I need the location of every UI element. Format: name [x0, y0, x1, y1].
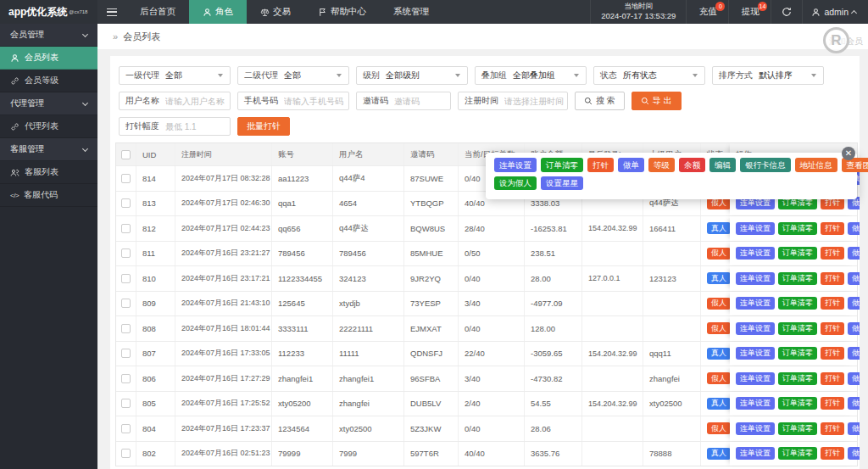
order-reset-button[interactable]: 订单清零 [778, 422, 817, 435]
inject-button[interactable]: 打针 [821, 322, 844, 335]
nav-item-system[interactable]: 系统管理 [380, 0, 442, 24]
nav-item-roles[interactable]: 角色 [189, 0, 247, 24]
popup-inject-button[interactable]: 打针 [587, 158, 614, 172]
popup-make-order-button[interactable]: 做单 [618, 158, 644, 172]
batch-inject-button[interactable]: 批量打针 [237, 117, 290, 136]
popup-order-reset-button[interactable]: 订单清零 [541, 158, 583, 172]
withdraw-button[interactable]: 提现 14 [728, 0, 771, 24]
order-reset-button[interactable]: 订单清零 [778, 247, 817, 260]
make-order-button[interactable]: 做单 [848, 372, 860, 385]
chain-order-settings-button[interactable]: 连单设置 [736, 347, 775, 360]
user-menu[interactable]: admin [802, 0, 868, 24]
inject-button[interactable]: 打针 [821, 347, 844, 360]
chain-order-settings-button[interactable]: 连单设置 [736, 397, 775, 410]
sidebar-group-service[interactable]: 客服管理 [0, 138, 97, 161]
make-order-button[interactable]: 做单 [848, 272, 860, 285]
make-order-button[interactable]: 做单 [848, 222, 860, 235]
order-reset-button[interactable]: 订单清零 [778, 397, 817, 410]
row-checkbox[interactable] [121, 349, 131, 358]
inject-button[interactable]: 打针 [821, 372, 844, 385]
phone-input[interactable] [284, 97, 348, 106]
inject-button[interactable]: 打针 [821, 272, 844, 285]
sidebar-item-agent-list[interactable]: 代理列表 [0, 115, 97, 138]
sidebar-item-service-code[interactable]: </> 客服代码 [0, 184, 97, 207]
make-order-button[interactable]: 做单 [848, 322, 860, 335]
inject-button[interactable]: 打针 [821, 447, 844, 460]
sidebar-group-member[interactable]: 会员管理 [0, 24, 97, 47]
make-order-button[interactable]: 做单 [848, 422, 860, 435]
select-level[interactable]: 级别 全部级别 [356, 66, 468, 85]
row-checkbox[interactable] [121, 424, 131, 433]
select-sort[interactable]: 排序方式 默认排序 [712, 66, 824, 85]
popup-edit-button[interactable]: 编辑 [709, 158, 736, 172]
popup-set-fake-user-button[interactable]: 设为假人 [494, 176, 537, 191]
search-button[interactable]: 搜 索 [575, 92, 625, 110]
menu-toggle-button[interactable] [97, 0, 126, 24]
chain-order-settings-button[interactable]: 连单设置 [736, 322, 775, 335]
row-checkbox[interactable] [121, 449, 131, 458]
inject-range-input[interactable] [165, 122, 230, 131]
inject-button[interactable]: 打针 [821, 297, 844, 310]
table-row: 802 2024年07月16日 02:51:23 79999 7999 597T… [116, 441, 857, 466]
select-all-checkbox[interactable] [121, 150, 131, 159]
row-checkbox[interactable] [121, 274, 131, 283]
sidebar: 会员管理 会员列表 会员等级 代理管理 代理列表 客服管理 客服列表 </> 客… [0, 24, 97, 469]
select-status[interactable]: 状态 所有状态 [593, 66, 705, 85]
row-checkbox[interactable] [121, 324, 131, 333]
order-reset-button[interactable]: 订单清零 [778, 322, 817, 335]
refresh-button[interactable] [771, 0, 802, 24]
select-agent-level2[interactable]: 二级代理 全部 [237, 66, 349, 85]
order-reset-button[interactable]: 订单清零 [778, 347, 817, 360]
popup-level-button[interactable]: 等级 [648, 158, 675, 172]
close-icon[interactable]: ✕ [842, 147, 855, 160]
sidebar-item-member-level[interactable]: 会员等级 [0, 70, 97, 92]
row-checkbox[interactable] [121, 174, 131, 183]
nav-item-help[interactable]: 帮助中心 [304, 0, 380, 24]
chain-order-settings-button[interactable]: 连单设置 [736, 222, 775, 235]
make-order-button[interactable]: 做单 [848, 247, 860, 260]
inject-button[interactable]: 打针 [821, 422, 844, 435]
make-order-button[interactable]: 做单 [848, 297, 860, 310]
chain-order-settings-button[interactable]: 连单设置 [736, 247, 775, 260]
popup-balance-button[interactable]: 余额 [679, 158, 705, 172]
export-button[interactable]: 导 出 [632, 92, 682, 110]
order-reset-button[interactable]: 订单清零 [778, 272, 817, 285]
chain-order-settings-button[interactable]: 连单设置 [736, 297, 775, 310]
row-checkbox[interactable] [121, 299, 131, 308]
row-checkbox[interactable] [121, 248, 131, 258]
sidebar-item-member-list[interactable]: 会员列表 [0, 47, 97, 70]
row-checkbox[interactable] [121, 399, 131, 408]
popup-address-info-button[interactable]: 地址信息 [795, 158, 837, 172]
invite-code-input[interactable] [394, 97, 450, 106]
order-reset-button[interactable]: 订单清零 [778, 372, 817, 385]
popup-bank-card-info-button[interactable]: 银行卡信息 [740, 158, 791, 172]
row-checkbox[interactable] [121, 198, 131, 208]
order-reset-button[interactable]: 订单清零 [778, 222, 817, 235]
nav-item-home[interactable]: 后台首页 [126, 0, 189, 24]
register-time-input[interactable] [504, 97, 567, 106]
popup-set-stars-button[interactable]: 设置星星 [541, 176, 583, 191]
inject-button[interactable]: 打针 [821, 222, 844, 235]
popup-chain-order-settings-button[interactable]: 连单设置 [494, 158, 537, 172]
order-reset-button[interactable]: 订单清零 [778, 447, 817, 460]
chain-order-settings-button[interactable]: 连单设置 [736, 422, 775, 435]
make-order-button[interactable]: 做单 [848, 397, 860, 410]
row-checkbox[interactable] [121, 374, 131, 383]
make-order-button[interactable]: 做单 [848, 347, 860, 360]
chain-order-settings-button[interactable]: 连单设置 [736, 447, 775, 460]
inject-button[interactable]: 打针 [821, 247, 844, 260]
inject-button[interactable]: 打针 [821, 397, 844, 410]
select-agent-level1[interactable]: 一级代理 全部 [119, 66, 231, 85]
cell-invite-code: 85MHUE [404, 242, 459, 266]
recharge-button[interactable]: 充值 0 [686, 0, 728, 24]
chain-order-settings-button[interactable]: 连单设置 [736, 372, 775, 385]
make-order-button[interactable]: 做单 [848, 447, 860, 460]
chain-order-settings-button[interactable]: 连单设置 [736, 272, 775, 285]
order-reset-button[interactable]: 订单清零 [778, 297, 817, 310]
select-stack-group[interactable]: 叠加组 全部叠加组 [475, 66, 587, 85]
nav-item-trade[interactable]: 交易 [247, 0, 304, 24]
sidebar-group-agent[interactable]: 代理管理 [0, 92, 97, 115]
username-input[interactable] [165, 97, 230, 106]
row-checkbox[interactable] [121, 224, 131, 233]
sidebar-item-service-list[interactable]: 客服列表 [0, 161, 97, 184]
